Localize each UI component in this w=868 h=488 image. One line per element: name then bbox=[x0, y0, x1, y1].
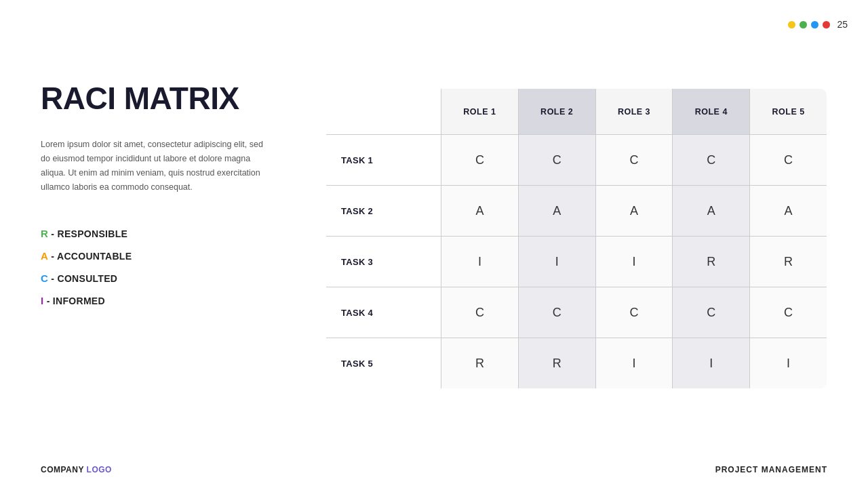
description-text: Lorem ipsum dolor sit amet, consectetur … bbox=[41, 138, 271, 195]
dot-4 bbox=[823, 21, 830, 28]
legend-i: I - INFORMED bbox=[41, 295, 319, 306]
cell-t5-r3: I bbox=[595, 338, 673, 389]
header-empty bbox=[326, 89, 441, 135]
page-title: RACI MATRIX bbox=[41, 81, 319, 116]
legend: R - RESPONSIBLE A - ACCOUNTABLE C - CONS… bbox=[41, 228, 319, 306]
table-row: TASK 4 C C C C C bbox=[326, 287, 827, 338]
cell-t4-r4: C bbox=[673, 287, 750, 338]
footer-right: PROJECT MANAGEMENT bbox=[715, 465, 827, 474]
left-panel: RACI MATRIX Lorem ipsum dolor sit amet, … bbox=[41, 81, 319, 306]
header-role5: ROLE 5 bbox=[750, 89, 827, 135]
task-label: TASK 3 bbox=[326, 237, 441, 287]
legend-a: A - ACCOUNTABLE bbox=[41, 250, 319, 262]
dot-1 bbox=[788, 21, 795, 28]
cell-t2-r3: A bbox=[595, 186, 673, 237]
cell-t3-r3: I bbox=[595, 237, 673, 287]
task-label: TASK 2 bbox=[326, 186, 441, 237]
cell-t1-r4: C bbox=[673, 135, 750, 186]
legend-a-text: - ACCOUNTABLE bbox=[51, 251, 132, 262]
table-container: ROLE 1 ROLE 2 ROLE 3 ROLE 4 ROLE 5 TASK … bbox=[326, 88, 827, 389]
table-row: TASK 3 I I I R R bbox=[326, 237, 827, 287]
page-decoration: 25 bbox=[788, 19, 848, 30]
cell-t2-r4: A bbox=[673, 186, 750, 237]
footer: COMPANY LOGO PROJECT MANAGEMENT bbox=[41, 465, 827, 474]
legend-r-text: - RESPONSIBLE bbox=[51, 228, 127, 239]
task-label: TASK 1 bbox=[326, 135, 441, 186]
cell-t5-r4: I bbox=[673, 338, 750, 389]
logo-label: LOGO bbox=[87, 465, 112, 474]
cell-t5-r1: R bbox=[441, 338, 519, 389]
cell-t4-r5: C bbox=[750, 287, 827, 338]
cell-t5-r2: R bbox=[518, 338, 595, 389]
cell-t3-r4: R bbox=[673, 237, 750, 287]
table-header-row: ROLE 1 ROLE 2 ROLE 3 ROLE 4 ROLE 5 bbox=[326, 89, 827, 135]
page-number: 25 bbox=[837, 19, 848, 30]
task-label: TASK 4 bbox=[326, 287, 441, 338]
header-role1: ROLE 1 bbox=[441, 89, 519, 135]
legend-letter-i: I bbox=[41, 295, 43, 306]
legend-r: R - RESPONSIBLE bbox=[41, 228, 319, 239]
legend-letter-r: R bbox=[41, 228, 48, 239]
legend-letter-c: C bbox=[41, 272, 48, 284]
legend-c-text: - CONSULTED bbox=[51, 273, 117, 284]
cell-t3-r1: I bbox=[441, 237, 519, 287]
raci-table: ROLE 1 ROLE 2 ROLE 3 ROLE 4 ROLE 5 TASK … bbox=[326, 88, 827, 389]
cell-t1-r3: C bbox=[595, 135, 673, 186]
cell-t1-r1: C bbox=[441, 135, 519, 186]
cell-t5-r5: I bbox=[750, 338, 827, 389]
cell-t4-r3: C bbox=[595, 287, 673, 338]
legend-c: C - CONSULTED bbox=[41, 272, 319, 284]
dot-2 bbox=[800, 21, 807, 28]
cell-t1-r5: C bbox=[750, 135, 827, 186]
cell-t4-r1: C bbox=[441, 287, 519, 338]
cell-t2-r5: A bbox=[750, 186, 827, 237]
task-label: TASK 5 bbox=[326, 338, 441, 389]
cell-t4-r2: C bbox=[518, 287, 595, 338]
cell-t2-r1: A bbox=[441, 186, 519, 237]
header-role4: ROLE 4 bbox=[673, 89, 750, 135]
header-role2: ROLE 2 bbox=[518, 89, 595, 135]
footer-left: COMPANY LOGO bbox=[41, 465, 112, 474]
cell-t1-r2: C bbox=[518, 135, 595, 186]
table-row: TASK 2 A A A A A bbox=[326, 186, 827, 237]
cell-t2-r2: A bbox=[518, 186, 595, 237]
table-row: TASK 1 C C C C C bbox=[326, 135, 827, 186]
dot-3 bbox=[811, 21, 818, 28]
company-label: COMPANY bbox=[41, 465, 84, 474]
header-role3: ROLE 3 bbox=[595, 89, 673, 135]
legend-letter-a: A bbox=[41, 250, 48, 262]
cell-t3-r2: I bbox=[518, 237, 595, 287]
table-row: TASK 5 R R I I I bbox=[326, 338, 827, 389]
legend-i-text: - INFORMED bbox=[47, 296, 105, 306]
cell-t3-r5: R bbox=[750, 237, 827, 287]
